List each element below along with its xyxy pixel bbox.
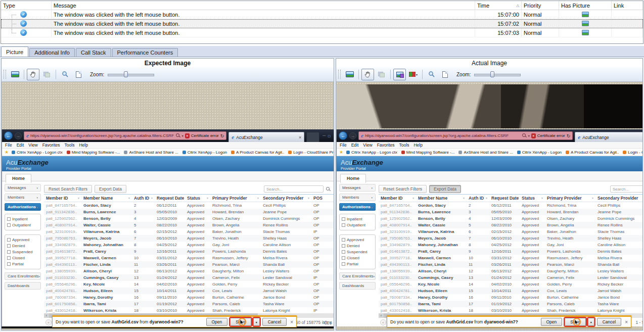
selection-tool-button[interactable] [375, 69, 388, 80]
grid-row[interactable]: pati_795086763.. Meyers, Jacob 7 06/10/2… [379, 235, 642, 242]
cancel-button[interactable]: Cancel [262, 318, 287, 326]
search-input[interactable] [264, 185, 324, 193]
grid-row[interactable]: pati_408007914.. Walter, Cassie 5 08/22/… [44, 222, 334, 228]
filter-checkbox[interactable]: Outpatient [342, 223, 373, 227]
picture-view-button[interactable] [343, 69, 356, 80]
grid-row[interactable]: pati_400424781.. Hudson, Eileen 15 10/14… [379, 288, 642, 294]
filter-checkbox[interactable]: Partial [342, 262, 373, 266]
filter-icon[interactable]: ▼ [206, 197, 209, 200]
certificate-error-label[interactable]: Certificate error [537, 133, 565, 138]
reset-search-filters-button[interactable]: Reset Search Filters [44, 185, 92, 193]
maximize-icon[interactable]: ▢ [328, 134, 331, 137]
close-notification-icon[interactable]: × [625, 319, 628, 325]
grid-row[interactable]: pati_323100919.. Villanueva, Katrina 6 0… [379, 228, 642, 235]
sidebar-item[interactable]: Care Enrollments▾ [339, 272, 376, 280]
filter-checkbox[interactable]: Suspended [342, 250, 373, 254]
browser-forward-button[interactable]: → [349, 132, 356, 139]
address-bar[interactable]: e https://dyarwood-win7/configuration/sc… [358, 131, 573, 140]
checkbox-icon[interactable] [7, 250, 11, 254]
first-page-button[interactable]: « [45, 319, 52, 325]
grid-row[interactable]: pati_334982879.. Mahoney, Johnathan 8 04… [379, 242, 642, 248]
checkbox-icon[interactable] [342, 223, 345, 227]
filter-icon[interactable]: ▼ [307, 197, 310, 200]
sidebar-item[interactable]: Care Enrollments▾ [5, 272, 41, 280]
picture-thumbnail-icon[interactable] [582, 12, 589, 17]
favorites-star-icon[interactable]: ★ [339, 150, 343, 155]
browser-tab[interactable]: e AcuExchange × [228, 132, 304, 142]
grid-column-header[interactable]: Primary Provider▼ [545, 195, 595, 202]
menu-item[interactable]: Edit [17, 143, 24, 148]
checkbox-icon[interactable] [7, 262, 11, 266]
open-button[interactable]: Open [541, 318, 563, 326]
menu-item[interactable]: Favorites [42, 143, 60, 148]
sidebar-item[interactable]: Authorizations▴ [5, 203, 41, 211]
filter-checkbox[interactable]: Inpatient [7, 217, 38, 221]
view-comparison-button[interactable] [393, 69, 406, 80]
checkbox-icon[interactable] [7, 223, 11, 227]
grid-row[interactable]: pati_014613872.. Pratt, Carey 9 12/16/20… [44, 248, 334, 255]
pan-tool-button[interactable] [27, 69, 39, 80]
checkbox-icon[interactable] [342, 238, 345, 242]
grid-row[interactable]: pati_400424781.. Hudson, Eileen 15 10/14… [44, 288, 334, 294]
favorite-link[interactable]: Mind Mapping Software -... [67, 150, 120, 155]
grid-column-header[interactable]: Request Date▼ [155, 195, 185, 202]
log-column-message[interactable]: Message [52, 1, 475, 10]
picture-view-button[interactable] [9, 69, 21, 80]
certificate-error-label[interactable]: Certificate error [191, 133, 219, 138]
browser-back-button[interactable]: ← [339, 131, 347, 140]
grid-row[interactable]: pati_334982879.. Mahoney, Johnathan 8 04… [44, 242, 334, 248]
filter-icon[interactable]: ▼ [591, 197, 594, 200]
grid-row[interactable]: pati_601750858.. Ibarra, Tami 17 01/19/2… [379, 301, 642, 307]
scroll-left-icon[interactable]: ‹ [379, 313, 384, 318]
toolbar-grip[interactable] [338, 70, 341, 79]
caret-down-icon[interactable]: ▾ [182, 134, 183, 137]
checkbox-icon[interactable] [342, 256, 345, 260]
favorite-link[interactable]: A Product Canvas for Agil.. [231, 150, 284, 155]
grid-row[interactable]: pati_055646296.. Key, Nicole 14 04/02/20… [44, 281, 334, 288]
favorite-link[interactable]: Citrix XenApp - Logon ctx [12, 150, 63, 155]
checkbox-icon[interactable] [7, 244, 11, 248]
grid-column-header[interactable]: Member Name▼ [81, 195, 132, 202]
checkbox-icon[interactable] [7, 217, 11, 221]
export-data-button[interactable]: Export Data [429, 185, 461, 193]
grid-column-header[interactable]: Member ID▼ [44, 195, 81, 202]
menu-item[interactable]: View [363, 143, 372, 148]
first-page-button[interactable]: « [380, 319, 386, 325]
grid-row[interactable]: pati_911342836.. Burns, Lawrence 3 05/05… [379, 209, 642, 215]
filter-icon[interactable]: ▼ [485, 197, 488, 200]
grid-row[interactable]: pati_323100919.. Villanueva, Katrina 6 0… [44, 228, 334, 235]
grid-row[interactable]: pati_433012418.. Wilkerson, Krista 18 03… [379, 307, 642, 313]
filter-checkbox[interactable]: Denied [7, 244, 38, 248]
toolbar-grip[interactable] [4, 70, 6, 79]
filter-icon[interactable]: ▼ [642, 197, 642, 200]
favorite-link[interactable]: Mind Mapping Software -... [401, 150, 455, 155]
filter-icon[interactable]: ▼ [257, 197, 259, 200]
grid-row[interactable]: pati_399527718.. Maxwell, Carmen 10 03/3… [379, 255, 642, 261]
menu-item[interactable]: File [340, 143, 347, 148]
search-icon[interactable] [176, 133, 180, 138]
detail-tab[interactable]: Performance Counters [112, 48, 178, 57]
sidebar-item[interactable]: Dashboards [5, 282, 41, 290]
menu-item[interactable]: Tools [399, 143, 409, 148]
menu-item[interactable]: Favorites [377, 143, 395, 148]
grid-row[interactable]: pati_014613872.. Pratt, Carey 9 12/16/20… [379, 248, 642, 255]
log-row[interactable]: ✓ The window was clicked with the left m… [1, 19, 643, 28]
scroll-left-icon[interactable]: ‹ [44, 313, 49, 318]
filter-checkbox[interactable]: Denied [342, 244, 373, 248]
menu-item[interactable]: Edit [351, 143, 359, 148]
magnifier-button[interactable] [59, 69, 71, 80]
menu-item[interactable]: Tools [65, 143, 75, 148]
menu-item[interactable]: Help [79, 143, 87, 148]
search-icon[interactable] [326, 187, 331, 192]
ie-zoom-indicator[interactable]: 1 [324, 321, 332, 325]
grid-column-header[interactable]: Secondary Provider▼ [261, 195, 311, 202]
filter-checkbox[interactable]: Partial [7, 262, 38, 266]
checkbox-icon[interactable] [342, 262, 345, 266]
log-column-type[interactable]: Type [1, 1, 52, 10]
grid-row[interactable]: pati_138055939.. Allison, Cheryl 12 06/1… [379, 268, 642, 274]
menu-item[interactable]: Help [413, 143, 422, 148]
grid-column-header[interactable]: Status▼ [185, 195, 210, 202]
favorite-link[interactable]: Citrix XenApp - Logon [517, 150, 562, 155]
close-notification-icon[interactable]: × [290, 319, 293, 325]
grid-row[interactable]: pati_399527718.. Maxwell, Carmen 10 03/3… [44, 255, 334, 261]
